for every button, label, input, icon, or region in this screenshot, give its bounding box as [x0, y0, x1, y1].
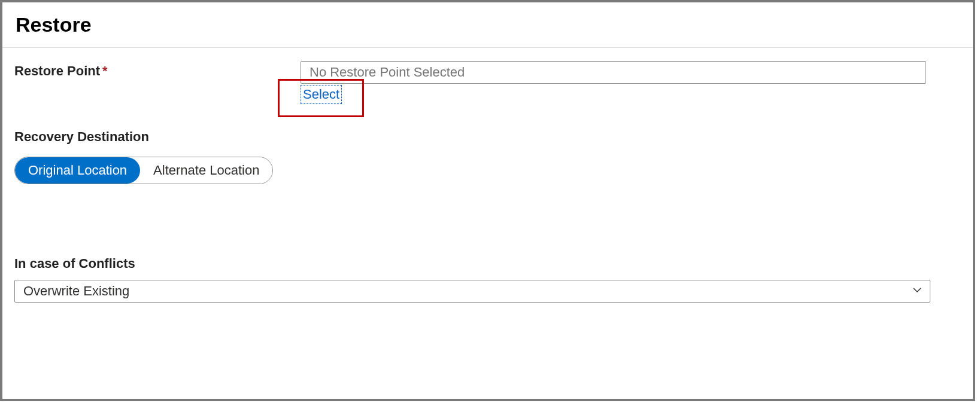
- restore-point-input-col: Select: [301, 61, 961, 104]
- chevron-down-icon: [912, 283, 923, 299]
- recovery-destination-label: Recovery Destination: [14, 129, 961, 145]
- option-original-location[interactable]: Original Location: [15, 157, 140, 184]
- restore-panel: Restore Restore Point* Select Recovery D…: [0, 0, 975, 401]
- panel-header: Restore: [2, 2, 973, 48]
- restore-point-input[interactable]: [301, 61, 926, 84]
- restore-point-label: Restore Point*: [14, 61, 301, 79]
- select-restore-point-link[interactable]: Select: [301, 85, 342, 104]
- required-asterisk: *: [102, 63, 108, 78]
- conflicts-section: In case of Conflicts Overwrite Existing: [14, 256, 961, 303]
- option-alternate-location[interactable]: Alternate Location: [140, 157, 272, 184]
- panel-content: Restore Point* Select Recovery Destinati…: [2, 48, 973, 303]
- restore-point-row: Restore Point* Select: [14, 61, 961, 104]
- recovery-destination-toggle: Original Location Alternate Location: [14, 157, 273, 184]
- conflicts-label: In case of Conflicts: [14, 256, 961, 271]
- conflicts-dropdown[interactable]: Overwrite Existing: [14, 280, 930, 303]
- page-title: Restore: [16, 13, 961, 36]
- conflicts-dropdown-value: Overwrite Existing: [23, 283, 129, 299]
- select-link-wrap: Select: [301, 85, 342, 104]
